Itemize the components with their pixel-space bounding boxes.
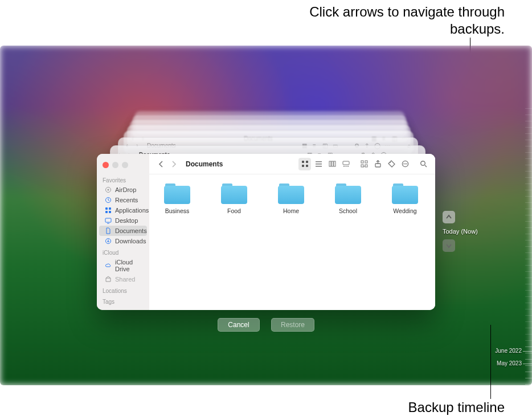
svg-rect-3	[105, 207, 108, 210]
folder-wedding[interactable]: Wedding	[384, 184, 426, 214]
svg-rect-6	[109, 211, 111, 213]
folder-grid: BusinessFoodHomeSchoolWedding	[149, 174, 435, 310]
cancel-button[interactable]: Cancel	[218, 318, 260, 332]
share-button[interactable]	[371, 158, 384, 170]
action-bar: Cancel Restore	[97, 318, 435, 332]
icon-view-button[interactable]	[298, 158, 311, 170]
svg-point-28	[390, 162, 391, 163]
svg-rect-25	[361, 165, 363, 167]
sidebar-item-label: Shared	[115, 276, 135, 283]
folder-home[interactable]: Home	[270, 184, 312, 214]
svg-rect-20	[343, 166, 345, 167]
svg-rect-9	[302, 161, 304, 163]
backup-nav: Today (Now)	[443, 211, 478, 252]
sidebar-item-airdrop[interactable]: AirDrop	[99, 185, 147, 195]
sidebar-item-desktop[interactable]: Desktop	[99, 215, 147, 226]
folder-business[interactable]: Business	[156, 184, 198, 214]
folder-label: Business	[165, 207, 190, 214]
folder-label: School	[339, 207, 357, 214]
finder-main: Documents	[149, 154, 435, 310]
folder-school[interactable]: School	[327, 184, 369, 214]
finder-window: Favorites AirDropRecentsApplicationsDesk…	[97, 154, 435, 310]
view-switcher	[298, 158, 352, 170]
shared-icon	[105, 276, 112, 283]
tags-button[interactable]	[385, 158, 398, 170]
minimize-button[interactable]	[112, 162, 118, 168]
svg-rect-22	[347, 166, 349, 167]
column-view-button[interactable]	[326, 158, 338, 170]
cloud-icon	[105, 262, 112, 269]
svg-point-33	[420, 161, 425, 166]
folder-food[interactable]: Food	[213, 184, 255, 214]
annotation-arrows: Click arrows to navigate through backups…	[265, 3, 505, 38]
sidebar-item-icloud-drive[interactable]: iCloud Drive	[99, 257, 147, 274]
sidebar-item-recents[interactable]: Recents	[99, 195, 147, 205]
svg-point-30	[403, 164, 404, 165]
sidebar-item-label: Recents	[115, 197, 138, 203]
window-title: Documents	[186, 160, 223, 168]
sidebar-item-label: iCloud Drive	[115, 259, 142, 272]
back-button[interactable]	[155, 158, 167, 170]
sidebar-section-icloud: iCloud	[97, 248, 149, 257]
svg-rect-16	[329, 161, 331, 166]
sidebar-item-label: Downloads	[115, 238, 146, 244]
time-machine-desktop: ‹›Documents▦≡◫⋯ ‹›Documents▦≡◫▭⚙⇧◯⋯⌕ ‹›D…	[0, 46, 532, 385]
doc-icon	[105, 227, 112, 234]
folder-icon	[221, 184, 247, 204]
finder-toolbar: Documents	[149, 154, 435, 174]
sidebar-item-downloads[interactable]: Downloads	[99, 236, 147, 246]
folder-label: Wedding	[393, 207, 416, 214]
svg-rect-14	[316, 164, 322, 165]
gallery-view-button[interactable]	[339, 158, 352, 170]
desktop-icon	[105, 217, 112, 224]
more-button[interactable]	[399, 158, 411, 170]
window-traffic-lights	[97, 158, 149, 174]
sidebar-section-locations: Locations	[97, 287, 149, 295]
folder-label: Food	[227, 207, 241, 214]
forward-button[interactable]	[167, 158, 180, 170]
clock-icon	[105, 197, 112, 203]
annotation-leader-line	[490, 325, 491, 399]
sidebar-item-documents[interactable]: Documents	[99, 226, 147, 236]
svg-rect-17	[332, 161, 333, 166]
airdrop-icon	[105, 186, 112, 193]
maximize-button[interactable]	[122, 162, 128, 168]
group-button[interactable]	[358, 158, 370, 170]
close-button[interactable]	[103, 162, 109, 168]
sidebar-section-tags: Tags	[97, 297, 149, 306]
svg-rect-26	[365, 165, 367, 167]
svg-rect-12	[306, 165, 308, 167]
svg-point-32	[406, 164, 407, 165]
apps-icon	[105, 207, 112, 214]
sidebar-item-shared[interactable]: Shared	[99, 274, 147, 284]
svg-point-31	[404, 164, 406, 165]
svg-rect-23	[361, 161, 363, 163]
svg-rect-4	[109, 207, 111, 210]
older-backup-button[interactable]	[443, 211, 455, 223]
sidebar-item-applications[interactable]: Applications	[99, 205, 147, 215]
finder-sidebar: Favorites AirDropRecentsApplicationsDesk…	[97, 154, 149, 310]
folder-icon	[392, 184, 418, 204]
svg-rect-18	[334, 161, 335, 166]
svg-rect-5	[105, 211, 108, 213]
svg-rect-19	[343, 161, 349, 165]
folder-icon	[164, 184, 190, 204]
annotation-arrows-text: Click arrows to navigate through backups…	[309, 4, 505, 36]
svg-point-1	[108, 189, 109, 191]
sidebar-item-label: Documents	[115, 227, 147, 234]
download-icon	[105, 238, 112, 244]
newer-backup-button[interactable]	[443, 239, 455, 252]
folder-icon	[278, 184, 304, 204]
sidebar-item-label: Applications	[115, 207, 149, 214]
restore-button[interactable]: Restore	[271, 318, 314, 332]
list-view-button[interactable]	[312, 158, 325, 170]
sidebar-section-favorites: Favorites	[97, 176, 149, 185]
search-button[interactable]	[417, 158, 429, 170]
sidebar-item-label: Desktop	[115, 217, 138, 224]
current-backup-label: Today (Now)	[443, 228, 478, 235]
annotation-timeline-label: Backup timeline	[408, 399, 505, 415]
svg-rect-21	[345, 166, 346, 167]
svg-rect-13	[316, 161, 322, 162]
svg-rect-10	[306, 161, 308, 163]
sidebar-item-label: AirDrop	[115, 186, 136, 193]
